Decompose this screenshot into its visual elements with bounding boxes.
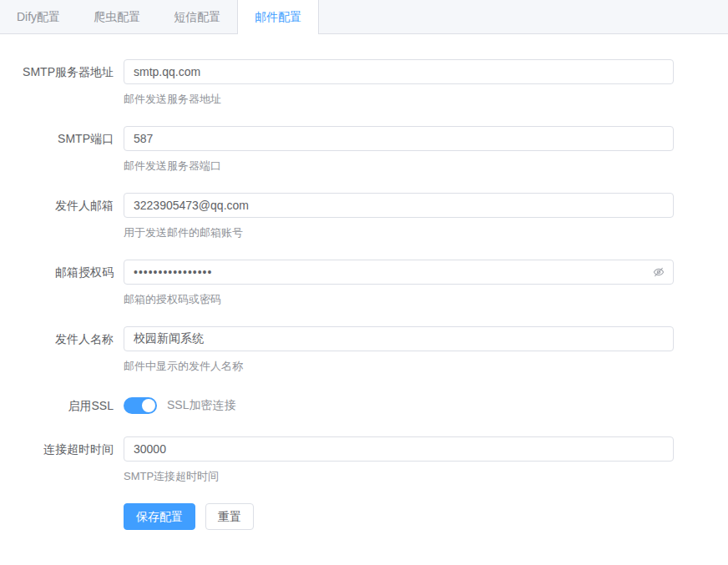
ssl-switch-knob xyxy=(142,399,155,412)
eye-slash-icon[interactable] xyxy=(652,265,665,279)
sender-email-label: 发件人邮箱 xyxy=(0,193,124,218)
sender-name-input[interactable] xyxy=(124,326,674,351)
auth-code-hint: 邮箱的授权码或密码 xyxy=(124,291,674,308)
ssl-switch-text: SSL加密连接 xyxy=(167,398,235,413)
tab-sms-config[interactable]: 短信配置 xyxy=(157,0,237,33)
sender-email-hint: 用于发送邮件的邮箱账号 xyxy=(124,224,674,241)
smtp-host-input[interactable] xyxy=(124,59,674,84)
smtp-port-hint: 邮件发送服务器端口 xyxy=(124,158,674,174)
tab-crawler-config[interactable]: 爬虫配置 xyxy=(77,0,157,33)
config-tab-bar: Dify配置 爬虫配置 短信配置 邮件配置 xyxy=(0,0,728,34)
sender-name-label: 发件人名称 xyxy=(0,326,124,351)
auth-code-label: 邮箱授权码 xyxy=(0,260,124,285)
smtp-port-label: SMTP端口 xyxy=(0,126,124,151)
timeout-label: 连接超时时间 xyxy=(0,436,124,462)
form-row-ssl: 启用SSL SSL加密连接 xyxy=(0,393,728,418)
form-row-sender-email: 发件人邮箱 用于发送邮件的邮箱账号 xyxy=(0,193,728,241)
ssl-label: 启用SSL xyxy=(0,393,124,418)
smtp-host-label: SMTP服务器地址 xyxy=(0,59,124,84)
smtp-port-input[interactable] xyxy=(124,126,674,151)
auth-code-input[interactable] xyxy=(124,260,674,285)
form-actions: 保存配置 重置 xyxy=(124,503,728,530)
reset-button[interactable]: 重置 xyxy=(205,503,254,530)
email-config-page: Dify配置 爬虫配置 短信配置 邮件配置 SMTP服务器地址 邮件发送服务器地… xyxy=(0,0,728,565)
form-row-auth-code: 邮箱授权码 邮箱的授权码或密码 xyxy=(0,260,728,308)
ssl-switch[interactable] xyxy=(124,397,157,414)
tab-dify-config[interactable]: Dify配置 xyxy=(0,0,77,33)
form-row-sender-name: 发件人名称 邮件中显示的发件人名称 xyxy=(0,326,728,375)
tab-email-config[interactable]: 邮件配置 xyxy=(237,0,319,33)
email-config-form: SMTP服务器地址 邮件发送服务器地址 SMTP端口 邮件发送服务器端口 发件人… xyxy=(0,34,728,530)
smtp-host-hint: 邮件发送服务器地址 xyxy=(124,91,674,108)
timeout-input[interactable] xyxy=(124,436,674,462)
form-row-smtp-port: SMTP端口 邮件发送服务器端口 xyxy=(0,126,728,174)
sender-name-hint: 邮件中显示的发件人名称 xyxy=(124,358,674,375)
save-config-button[interactable]: 保存配置 xyxy=(124,503,195,530)
timeout-hint: SMTP连接超时时间 xyxy=(124,468,674,485)
form-row-timeout: 连接超时时间 SMTP连接超时时间 xyxy=(0,436,728,485)
form-row-smtp-host: SMTP服务器地址 邮件发送服务器地址 xyxy=(0,59,728,108)
sender-email-input[interactable] xyxy=(124,193,674,218)
